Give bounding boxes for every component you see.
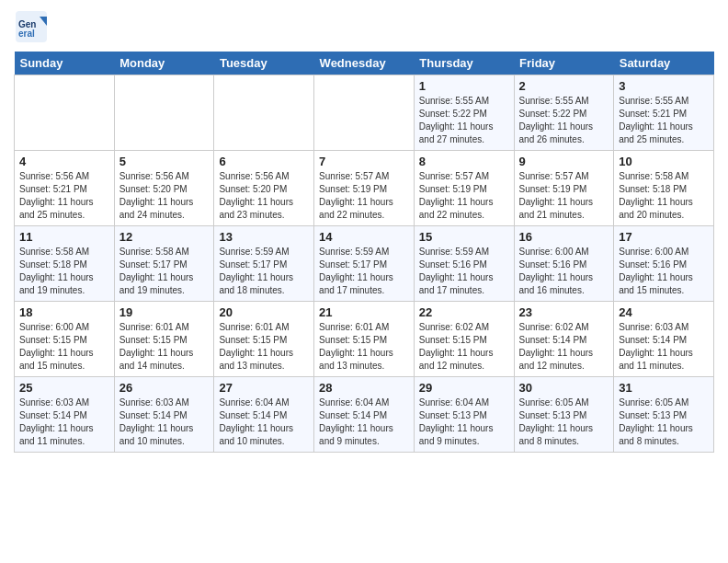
day-number: 5 (119, 155, 210, 168)
day-content: Sunrise: 5:56 AM Sunset: 5:20 PM Dayligh… (219, 170, 309, 222)
day-content: Sunrise: 6:04 AM Sunset: 5:14 PM Dayligh… (219, 396, 309, 448)
day-content: Sunrise: 6:00 AM Sunset: 5:16 PM Dayligh… (619, 246, 709, 297)
day-content: Sunrise: 5:58 AM Sunset: 5:18 PM Dayligh… (619, 170, 709, 222)
day-content: Sunrise: 5:56 AM Sunset: 5:20 PM Dayligh… (119, 170, 210, 222)
calendar-cell: 19Sunrise: 6:01 AM Sunset: 5:15 PM Dayli… (114, 302, 214, 377)
day-number: 29 (419, 381, 509, 395)
day-content: Sunrise: 6:02 AM Sunset: 5:15 PM Dayligh… (419, 321, 509, 373)
calendar-cell: 2Sunrise: 5:55 AM Sunset: 5:22 PM Daylig… (514, 75, 614, 151)
day-content: Sunrise: 5:59 AM Sunset: 5:17 PM Dayligh… (319, 246, 409, 297)
day-number: 9 (519, 155, 609, 168)
day-number: 17 (619, 230, 709, 244)
day-content: Sunrise: 6:05 AM Sunset: 5:13 PM Dayligh… (519, 396, 609, 448)
calendar-cell: 31Sunrise: 6:05 AM Sunset: 5:13 PM Dayli… (614, 377, 714, 453)
calendar-cell (15, 75, 115, 151)
page-container: Gen eral SundayMondayTuesdayWednesdayThu… (0, 0, 728, 462)
day-number: 16 (519, 230, 609, 244)
day-content: Sunrise: 6:00 AM Sunset: 5:15 PM Dayligh… (19, 321, 109, 373)
day-number: 26 (119, 381, 210, 395)
day-content: Sunrise: 6:05 AM Sunset: 5:13 PM Dayligh… (619, 396, 709, 448)
calendar-cell: 18Sunrise: 6:00 AM Sunset: 5:15 PM Dayli… (15, 302, 115, 377)
calendar-cell: 8Sunrise: 5:57 AM Sunset: 5:19 PM Daylig… (414, 151, 514, 226)
day-content: Sunrise: 6:00 AM Sunset: 5:16 PM Dayligh… (519, 246, 609, 297)
day-content: Sunrise: 5:59 AM Sunset: 5:17 PM Dayligh… (219, 246, 309, 297)
calendar-cell: 13Sunrise: 5:59 AM Sunset: 5:17 PM Dayli… (214, 226, 314, 302)
header: Gen eral (14, 9, 714, 44)
weekday-header-saturday: Saturday (614, 52, 714, 75)
calendar-cell: 28Sunrise: 6:04 AM Sunset: 5:14 PM Dayli… (314, 377, 415, 453)
logo: Gen eral (14, 9, 49, 44)
calendar-cell: 21Sunrise: 6:01 AM Sunset: 5:15 PM Dayli… (314, 302, 415, 377)
day-number: 18 (19, 305, 109, 319)
day-number: 3 (619, 79, 709, 93)
day-content: Sunrise: 6:01 AM Sunset: 5:15 PM Dayligh… (319, 321, 409, 373)
calendar-week-row: 18Sunrise: 6:00 AM Sunset: 5:15 PM Dayli… (15, 302, 714, 377)
day-content: Sunrise: 6:01 AM Sunset: 5:15 PM Dayligh… (119, 321, 210, 373)
day-number: 11 (19, 230, 109, 244)
day-content: Sunrise: 6:02 AM Sunset: 5:14 PM Dayligh… (519, 321, 609, 373)
weekday-header-sunday: Sunday (15, 52, 115, 75)
day-content: Sunrise: 5:59 AM Sunset: 5:16 PM Dayligh… (419, 246, 509, 297)
day-number: 4 (19, 155, 109, 168)
day-content: Sunrise: 6:03 AM Sunset: 5:14 PM Dayligh… (119, 396, 210, 448)
weekday-header-friday: Friday (514, 52, 614, 75)
day-content: Sunrise: 5:56 AM Sunset: 5:21 PM Dayligh… (19, 170, 109, 222)
calendar-cell: 24Sunrise: 6:03 AM Sunset: 5:14 PM Dayli… (614, 302, 714, 377)
calendar-cell: 14Sunrise: 5:59 AM Sunset: 5:17 PM Dayli… (314, 226, 415, 302)
logo-icon: Gen eral (14, 9, 49, 44)
day-number: 23 (519, 305, 609, 319)
day-content: Sunrise: 5:57 AM Sunset: 5:19 PM Dayligh… (419, 170, 509, 222)
day-content: Sunrise: 6:04 AM Sunset: 5:13 PM Dayligh… (419, 396, 509, 448)
calendar-cell: 12Sunrise: 5:58 AM Sunset: 5:17 PM Dayli… (114, 226, 214, 302)
calendar-cell: 6Sunrise: 5:56 AM Sunset: 5:20 PM Daylig… (214, 151, 314, 226)
day-number: 6 (219, 155, 309, 168)
day-content: Sunrise: 5:55 AM Sunset: 5:21 PM Dayligh… (619, 95, 709, 146)
calendar-cell: 9Sunrise: 5:57 AM Sunset: 5:19 PM Daylig… (514, 151, 614, 226)
day-number: 30 (519, 381, 609, 395)
day-content: Sunrise: 5:55 AM Sunset: 5:22 PM Dayligh… (519, 95, 609, 146)
day-number: 13 (219, 230, 309, 244)
calendar-week-row: 25Sunrise: 6:03 AM Sunset: 5:14 PM Dayli… (15, 377, 714, 453)
day-number: 7 (319, 155, 409, 168)
day-content: Sunrise: 5:58 AM Sunset: 5:18 PM Dayligh… (19, 246, 109, 297)
day-number: 20 (219, 305, 309, 319)
calendar-week-row: 11Sunrise: 5:58 AM Sunset: 5:18 PM Dayli… (15, 226, 714, 302)
day-number: 25 (19, 381, 109, 395)
calendar-week-row: 1Sunrise: 5:55 AM Sunset: 5:22 PM Daylig… (15, 75, 714, 151)
calendar-cell (114, 75, 214, 151)
calendar-cell: 11Sunrise: 5:58 AM Sunset: 5:18 PM Dayli… (15, 226, 115, 302)
calendar-cell: 3Sunrise: 5:55 AM Sunset: 5:21 PM Daylig… (614, 75, 714, 151)
day-content: Sunrise: 6:01 AM Sunset: 5:15 PM Dayligh… (219, 321, 309, 373)
calendar-cell: 29Sunrise: 6:04 AM Sunset: 5:13 PM Dayli… (414, 377, 514, 453)
day-number: 28 (319, 381, 409, 395)
weekday-header-tuesday: Tuesday (214, 52, 314, 75)
calendar-cell: 23Sunrise: 6:02 AM Sunset: 5:14 PM Dayli… (514, 302, 614, 377)
calendar-cell (314, 75, 415, 151)
calendar-cell: 20Sunrise: 6:01 AM Sunset: 5:15 PM Dayli… (214, 302, 314, 377)
day-content: Sunrise: 6:03 AM Sunset: 5:14 PM Dayligh… (619, 321, 709, 373)
day-content: Sunrise: 6:03 AM Sunset: 5:14 PM Dayligh… (19, 396, 109, 448)
day-number: 22 (419, 305, 509, 319)
day-number: 31 (619, 381, 709, 395)
day-number: 21 (319, 305, 409, 319)
day-number: 14 (319, 230, 409, 244)
calendar-cell: 7Sunrise: 5:57 AM Sunset: 5:19 PM Daylig… (314, 151, 415, 226)
day-number: 10 (619, 155, 709, 168)
weekday-header-thursday: Thursday (414, 52, 514, 75)
calendar-cell: 1Sunrise: 5:55 AM Sunset: 5:22 PM Daylig… (414, 75, 514, 151)
day-content: Sunrise: 6:04 AM Sunset: 5:14 PM Dayligh… (319, 396, 409, 448)
calendar-cell: 22Sunrise: 6:02 AM Sunset: 5:15 PM Dayli… (414, 302, 514, 377)
day-number: 27 (219, 381, 309, 395)
day-content: Sunrise: 5:57 AM Sunset: 5:19 PM Dayligh… (519, 170, 609, 222)
calendar-cell: 17Sunrise: 6:00 AM Sunset: 5:16 PM Dayli… (614, 226, 714, 302)
calendar-header-row: SundayMondayTuesdayWednesdayThursdayFrid… (15, 52, 714, 75)
day-content: Sunrise: 5:57 AM Sunset: 5:19 PM Dayligh… (319, 170, 409, 222)
day-number: 24 (619, 305, 709, 319)
day-number: 15 (419, 230, 509, 244)
calendar-cell: 10Sunrise: 5:58 AM Sunset: 5:18 PM Dayli… (614, 151, 714, 226)
weekday-header-wednesday: Wednesday (314, 52, 415, 75)
svg-text:eral: eral (18, 29, 35, 39)
day-number: 2 (519, 79, 609, 93)
calendar-cell: 27Sunrise: 6:04 AM Sunset: 5:14 PM Dayli… (214, 377, 314, 453)
day-number: 12 (119, 230, 210, 244)
